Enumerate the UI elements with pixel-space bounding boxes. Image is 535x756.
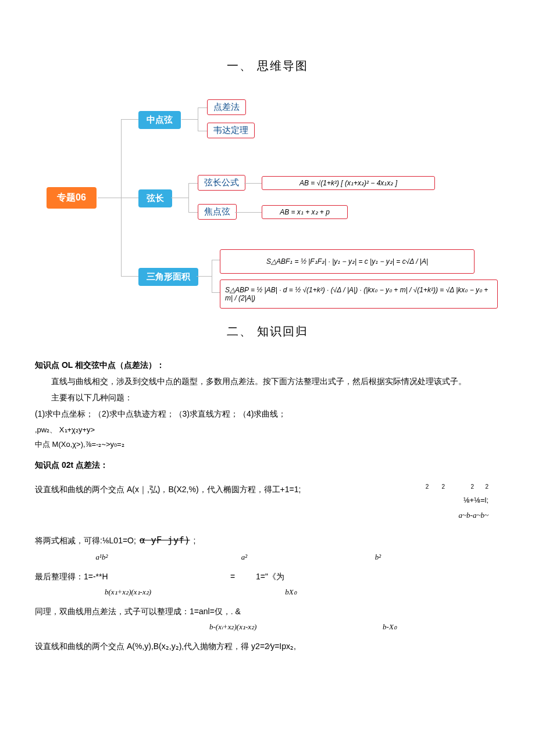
k02-l2c1: a¹b² [35, 550, 169, 565]
k01-p2: 主要有以下几种问题： [35, 389, 500, 406]
leaf-diancha: 点差法 [207, 99, 246, 115]
k02-l2c2: a² [169, 550, 320, 565]
leaf-chordformula: 弦长公式 [198, 175, 245, 191]
k02-l2strike: α yF jyf) [140, 531, 190, 550]
k02-l2c3: b² [320, 550, 436, 565]
leaf-focalchord: 焦点弦 [198, 204, 237, 220]
branch-chord: 弦长 [138, 189, 172, 207]
k02-l2a: 将两式相减，可得:⅛L01=O; [35, 532, 136, 549]
k02-heading: 知识点 02t 点差法： [35, 457, 500, 473]
k02-l1b-bot: ⅛+⅛=l; [314, 493, 488, 508]
leaf-weida: 韦达定理 [207, 123, 255, 138]
k02-l1b-top: 2 2 2 2 [314, 481, 488, 493]
k02-l3c: 1="《为 [256, 568, 343, 585]
page: 一、 思维导图 专题06 中点弦 点差法 韦达定理 弦长 弦长公式 焦点弦 AB… [0, 0, 535, 701]
mindmap: 专题06 中点弦 点差法 韦达定理 弦长 弦长公式 焦点弦 AB = √(1+k… [35, 91, 500, 312]
k02-l4d2: b-X₀ [337, 619, 442, 635]
branch-midchord: 中点弦 [138, 111, 181, 129]
branch-area: 三角形面积 [138, 268, 198, 286]
body: 知识点 OL 相交弦中点（点差法）： 直线与曲线相交，涉及到交线中点的题型，多数… [35, 357, 500, 654]
section-title-1: 一、 思维导图 [35, 58, 500, 74]
section-title-2: 二、 知识回归 [35, 324, 500, 339]
k01-p1: 直线与曲线相交，涉及到交线中点的题型，多数用点差法。按下面方法整理出式子，然后根… [35, 373, 500, 389]
k02-l3d1: b(x₁+x₂)(x₁-x₂) [105, 585, 233, 600]
k02-l1a: 设直线和曲线的两个交点 A(x｜,弘)，B(X2,%)，代入椭圆方程，得工+1=… [35, 481, 314, 497]
k02-l2b: ; [194, 532, 196, 549]
k01-heading: 知识点 OL 相交弦中点（点差法）： [35, 357, 500, 373]
k02-l3a: 最后整理得：1=-**H [35, 568, 209, 585]
k02-l4d1: b-(xᵢ+x₂)(x₁-x₂) [209, 619, 337, 635]
k02-l3b: = [209, 568, 256, 585]
k02-l3d2: bX₀ [233, 585, 349, 600]
formula-focal-ab: AB = x₁ + x₂ + p [262, 205, 348, 219]
mindmap-root: 专题06 [47, 187, 97, 209]
k01-f1: ,pw₂、 X₁+χ₂y+y> [35, 424, 500, 436]
k01-p3: (1)求中点坐标；（2)求中点轨迹方程；（3)求直线方程；（4)求曲线； [35, 406, 500, 422]
k01-f2: 中点 M(Xo,χ>),⅞=-₂~>y₀=₂ [35, 439, 500, 451]
formula-area-1: S△ABF₁ = ½ |F₁F₂| · |y₁ − y₂| = c |y₁ − … [220, 249, 475, 274]
formula-chord-ab: AB = √(1+k²) [ (x₁+x₂)² − 4x₁x₂ ] [262, 176, 435, 190]
k02-l4a: 同理，双曲线用点差法，式子可以整理成：1=anl=仅，. & [35, 603, 500, 619]
k02-l5: 设直线和曲线的两个交点 A(%,y),B(x₂,y₂),代入抛物方程，得 y2=… [35, 638, 500, 654]
k02-l1c: a~b-a~b~ [314, 508, 488, 523]
formula-area-2: S△ABP = ½ |AB| · d = ½ √(1+k²) · (√Δ / |… [220, 280, 498, 309]
